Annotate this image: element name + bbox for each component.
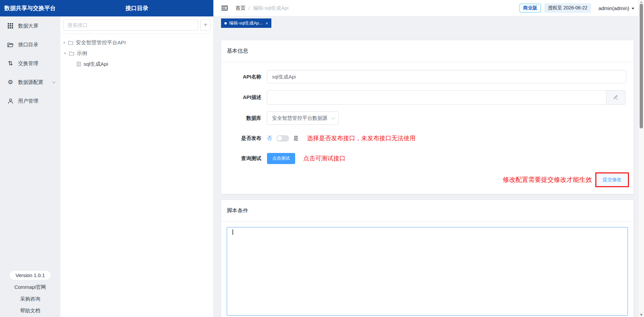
publish-toggle[interactable] — [276, 135, 289, 142]
api-desc-row: API描述 — [221, 90, 634, 105]
breadcrumb-home[interactable]: 首页 — [235, 5, 246, 11]
license-badge: 授权至 2026-06-22 — [544, 3, 591, 13]
sidebar-item-label: 交换管理 — [18, 60, 38, 67]
submit-hint: 修改配置需要提交修改才能生效 — [503, 175, 592, 184]
link-purchase[interactable]: 采购咨询 — [0, 293, 60, 305]
text-cursor — [232, 229, 233, 235]
sidebar: 数据共享与交换平台 数据大屏 接口目录 ⇅ 交换管理 — [0, 0, 60, 317]
chevron-down-icon — [52, 80, 56, 84]
database-select-value: 安全智慧管控平台数据源 — [272, 115, 327, 121]
api-name-row: API名称 — [221, 70, 634, 84]
publish-label: 是否发布 — [221, 135, 261, 142]
api-tree: 安全智慧管控平台API 示例 sql生成Api — [60, 34, 213, 69]
pencil-icon — [613, 94, 619, 101]
caret-right-icon[interactable] — [64, 41, 65, 44]
api-name-input[interactable] — [267, 70, 626, 84]
folder-icon — [69, 51, 74, 56]
sidebar-item-label: 数据源配置 — [18, 79, 43, 86]
database-select[interactable]: 安全智慧管控平台数据源 — [267, 111, 339, 125]
sidebar-item-data-screen[interactable]: 数据大屏 — [0, 16, 60, 35]
database-row: 数据库 安全智慧管控平台数据源 — [221, 111, 634, 125]
tree-node-folder[interactable]: 示例 — [60, 48, 213, 59]
user-menu[interactable]: admin(admin) — [598, 5, 634, 11]
run-test-button[interactable]: 点击测试 — [267, 153, 295, 164]
tree-panel-title: 接口目录 — [60, 0, 213, 16]
breadcrumb: 首页 / 编辑-sql生成Api — [235, 5, 288, 11]
api-desc-group — [267, 90, 626, 105]
topbar: 首页 / 编辑-sql生成Api 商业版 授权至 2026-06-22 admi… — [214, 0, 638, 16]
tree-search-row: + — [60, 16, 213, 34]
user-icon — [7, 98, 14, 104]
sidebar-item-label: 用户管理 — [18, 98, 38, 104]
user-name: admin(admin) — [598, 5, 629, 11]
file-icon — [77, 62, 81, 66]
add-api-button[interactable]: + — [200, 19, 211, 31]
sidebar-item-users[interactable]: 用户管理 — [0, 92, 60, 110]
search-input[interactable] — [63, 19, 198, 31]
basic-info-form: API名称 API描述 — [221, 62, 634, 194]
script-editor[interactable] — [227, 227, 628, 316]
topbar-right: 商业版 授权至 2026-06-22 admin(admin) — [520, 3, 634, 13]
gear-icon: ⚙ — [7, 79, 14, 86]
folder-icon — [7, 41, 14, 48]
script-condition-card: 脚本条件 — [221, 200, 634, 317]
tab-label: 编辑-sql生成Ap... — [229, 20, 263, 26]
link-help-docs[interactable]: 帮助文档 — [0, 305, 60, 316]
basic-info-title: 基本信息 — [221, 40, 634, 62]
edit-desc-button[interactable] — [606, 90, 626, 105]
app-brand: 数据共享与交换平台 — [0, 0, 60, 16]
chevron-down-icon — [331, 116, 335, 119]
test-hint: 点击可测试接口 — [303, 154, 345, 162]
close-icon[interactable]: × — [266, 21, 268, 26]
api-tree-panel: 接口目录 + 安全智慧管控平台API 示例 — [60, 0, 214, 317]
folder-icon — [68, 41, 73, 45]
main-area: 首页 / 编辑-sql生成Api 商业版 授权至 2026-06-22 admi… — [214, 0, 638, 317]
submit-changes-button[interactable]: 提交修改 — [595, 172, 629, 187]
breadcrumb-separator: / — [249, 5, 250, 11]
sidebar-item-datasource[interactable]: ⚙ 数据源配置 — [0, 73, 60, 92]
edition-badge[interactable]: 商业版 — [520, 4, 541, 12]
scroll-down-icon[interactable] — [640, 314, 643, 316]
sidebar-footer: Version 1.0.1 Commapi官网 采购咨询 帮助文档 — [0, 271, 60, 316]
tree-node-label: sql生成Api — [84, 61, 108, 68]
sidebar-item-label: 接口目录 — [18, 42, 38, 48]
tree-node-label: 安全智慧管控平台API — [76, 39, 126, 46]
sidebar-item-label: 数据大屏 — [18, 23, 38, 29]
api-desc-label: API描述 — [221, 94, 261, 101]
scroll-up-icon[interactable] — [640, 1, 643, 3]
test-label: 查询测试 — [221, 155, 261, 162]
version-badge: Version 1.0.1 — [10, 271, 51, 280]
sidebar-item-api-catalog[interactable]: 接口目录 — [0, 35, 60, 54]
submit-row: 修改配置需要提交修改才能生效 提交修改 — [221, 172, 634, 187]
publish-on-label: 是 — [293, 135, 299, 142]
database-label: 数据库 — [221, 115, 261, 121]
script-body — [221, 222, 634, 317]
basic-info-card: 基本信息 API名称 API描述 — [221, 40, 634, 194]
tabbar: 编辑-sql生成Ap... × — [214, 16, 638, 30]
menu-fold-icon[interactable] — [221, 5, 228, 11]
exchange-icon: ⇅ — [7, 60, 14, 67]
caret-down-icon — [632, 8, 634, 9]
plus-icon: + — [204, 21, 208, 29]
api-name-label: API名称 — [221, 74, 261, 80]
test-row: 查询测试 点击测试 点击可测试接口 — [221, 152, 634, 165]
publish-off-label: 否 — [267, 135, 272, 142]
link-commapi-site[interactable]: Commapi官网 — [0, 281, 60, 293]
grid-icon — [7, 22, 14, 29]
tree-node-folder[interactable]: 安全智慧管控平台API — [60, 37, 213, 48]
content: 基本信息 API名称 API描述 — [214, 40, 638, 317]
tree-node-label: 示例 — [77, 50, 87, 57]
sidebar-nav: 数据大屏 接口目录 ⇅ 交换管理 ⚙ 数据源配置 — [0, 16, 60, 110]
tab-edit-api[interactable]: 编辑-sql生成Ap... × — [221, 18, 271, 28]
toggle-knob — [277, 136, 282, 141]
tab-active-dot-icon — [224, 22, 227, 24]
sidebar-item-exchange[interactable]: ⇅ 交换管理 — [0, 54, 60, 73]
publish-row: 是否发布 否 是 选择是否发布接口，未发布接口无法使用 — [221, 131, 634, 145]
scrollbar-thumb[interactable] — [640, 4, 643, 128]
caret-down-icon[interactable] — [64, 53, 66, 54]
api-desc-input[interactable] — [267, 90, 606, 105]
publish-hint: 选择是否发布接口，未发布接口无法使用 — [307, 134, 416, 142]
vertical-scrollbar[interactable] — [638, 0, 644, 317]
script-condition-title: 脚本条件 — [221, 200, 634, 222]
tree-node-api[interactable]: sql生成Api — [60, 59, 213, 69]
